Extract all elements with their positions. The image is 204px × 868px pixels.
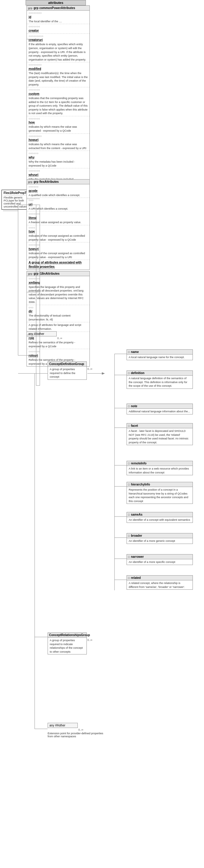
- attr-creatoruri: ○○○○○○○○○ creatoruri If the attribute is…: [27, 34, 89, 63]
- attr-qcode: ○○○○○○ qcode A qualified code which iden…: [27, 184, 89, 198]
- concept-facet-box: □ facet A facet - later facet is depreca…: [126, 423, 193, 445]
- attr-modified: ○○○○○○○○ modified The (last) modificatio…: [27, 62, 89, 87]
- attr-how-desc: Indicates by which means the value was g…: [29, 125, 88, 132]
- concept-broader-title: □ broader: [127, 533, 193, 538]
- attr-id-desc: The local identifier of the ....: [29, 20, 88, 24]
- i18n-attributes-box: grp grp i18nAttributes ○○○○○○○ xmllang S…: [27, 271, 90, 367]
- attr-why: ○○○○○○ why Why the metadata has been inc…: [27, 151, 89, 168]
- attr-custom-name: custom: [29, 92, 88, 96]
- concept-sameas-box: □ sameAs An identifier of a concept with…: [126, 512, 193, 523]
- concept-definition-icon: □: [128, 372, 129, 375]
- attr-how-dots: ○○○○○○○: [29, 117, 88, 121]
- any-other-mult-2: 0..∞: [78, 728, 83, 731]
- any-other-desc-2: Extension point for provider-defined pro…: [48, 732, 108, 738]
- attr-xmllang: ○○○○○○○ xmllang Specifies the language o…: [27, 276, 89, 305]
- concept-related-box: □ related A related concept, where the r…: [126, 575, 193, 590]
- attr-modified-name: modified: [29, 67, 88, 71]
- concept-facet-desc-item: A facet - later facet is deprecated and …: [127, 428, 193, 445]
- attr-creatoruri-name: creatoruri: [29, 38, 88, 42]
- attr-howuri: ○○○○○○○○ howuri Indicates by which means…: [27, 134, 89, 151]
- concept-definition-group-mult: 0..∞: [87, 367, 92, 370]
- common-grp-label: grp: [28, 7, 33, 10]
- attr-id-dots: ○○○○○○○○: [29, 11, 88, 15]
- any-other-label-1: any ##other: [28, 332, 44, 336]
- concept-relationships-group-title: ConceptRelationshipsGroup: [48, 633, 86, 638]
- attr-standard-flex: A group of attributes associated with fl…: [27, 260, 89, 270]
- attr-custom-dots: ○○○○○○○: [29, 88, 88, 92]
- attr-creator-dots: ○○○○○○○: [29, 25, 88, 29]
- concept-related-desc-item: A related concept, where the relationshi…: [127, 580, 193, 589]
- concept-narrower-icon: □: [128, 555, 129, 558]
- attr-custom-desc: Indicates that the corresponding propert…: [29, 96, 88, 115]
- i18n-grp-label: grp: [28, 272, 33, 275]
- attr-type: ○○○○ type Indicates of the concept assig…: [27, 225, 89, 243]
- concept-definition-group-label: ConceptDefinitionGroup: [49, 362, 84, 366]
- concept-hierarchyinfo-label: hierarchyInfo: [131, 483, 150, 486]
- common-power-attributes-label: grp commonPowerAttributes: [34, 6, 75, 10]
- attr-creatoruri-desc: If the attribute is empty, specifies whi…: [29, 42, 88, 61]
- attr-why-dots: ○○○○○○: [29, 152, 88, 155]
- concept-note-title: □ note: [127, 404, 193, 409]
- concept-def-desc: A group of properties required to define…: [48, 367, 86, 379]
- concept-broader-icon: □: [128, 534, 129, 537]
- attr-id: ○○○○○○○○ id The local identifier of the …: [27, 10, 89, 24]
- concept-note-desc-item: Additional natural language information …: [127, 409, 193, 414]
- concept-name-label: name: [131, 350, 139, 353]
- any-other-mult-1: 0..∞: [57, 337, 62, 340]
- attr-dir: ○○○ dir The directionality of textual co…: [27, 305, 89, 322]
- concept-broader-label: broader: [131, 534, 142, 537]
- concept-name-desc: A local natural language name for the co…: [127, 354, 193, 360]
- concept-narrower-box: □ narrower An identifier of a more speci…: [126, 554, 193, 565]
- concept-facet-title: □ facet: [127, 424, 193, 428]
- concept-hierarchyinfo-box: □ hierarchyInfo Represents the position …: [126, 482, 193, 504]
- concept-remoteinfo-box: □ remoteInfo A link to an item or a web …: [126, 461, 193, 475]
- concept-sameas-title: □ sameAs: [127, 512, 193, 517]
- concept-name-icon: □: [128, 350, 129, 353]
- concept-sameas-icon: □: [128, 513, 129, 516]
- attr-creatoruri-dots: ○○○○○○○○○: [29, 34, 88, 38]
- i18n-attributes-title: grp grp i18nAttributes: [27, 271, 89, 276]
- attr-uri: ○○○ uri A URI which identifies a concept…: [27, 198, 89, 211]
- attr-howuri-name: howuri: [29, 138, 88, 142]
- concept-related-icon: □: [128, 577, 129, 580]
- concept-remoteinfo-icon: □: [128, 462, 129, 465]
- attr-custom: ○○○○○○○ custom Indicates that the corres…: [27, 87, 89, 116]
- common-power-attributes-title: grp grp commonPowerAttributes: [27, 6, 89, 10]
- title-text: attributes: [48, 1, 63, 4]
- attr-why-name: why: [29, 155, 88, 160]
- concept-name-box: □ name A local natural language name for…: [126, 349, 193, 360]
- concept-definition-label: definition: [131, 371, 144, 375]
- concept-definition-group-title: ConceptDefinitionGroup: [48, 362, 86, 367]
- attr-typeuri: ○○○○○○○ typeuri Indicates of the concept…: [27, 243, 89, 260]
- concept-definition-box: □ definition A natural language definiti…: [126, 370, 193, 389]
- concept-note-icon: □: [128, 405, 129, 408]
- concept-narrower-title: □ narrower: [127, 555, 193, 559]
- concept-note-label: note: [131, 404, 137, 408]
- concept-relationships-desc: A group of properties required to indica…: [48, 638, 86, 654]
- attr-whyuri-name: whyuri: [29, 173, 88, 177]
- concept-narrower-label: narrower: [131, 555, 144, 558]
- i18n-attributes-label: grp i18nAttributes: [34, 272, 60, 275]
- concept-sameas-label: sameAs: [131, 513, 142, 516]
- concept-relationships-group-box: ConceptRelationshipsGroup A group of pro…: [48, 632, 87, 654]
- concept-related-title: □ related: [127, 576, 193, 580]
- attr-standard-i18n: A group of attributes for language and s…: [27, 322, 89, 332]
- attr-howuri-dots: ○○○○○○○○: [29, 134, 88, 138]
- any-other-box-1: any ##other: [27, 331, 57, 336]
- concept-definition-title: □ definition: [127, 371, 193, 376]
- concept-broader-desc-item: An identifier of a more generic concept: [127, 538, 193, 544]
- concept-hierarchyinfo-title: □ hierarchyInfo: [127, 482, 193, 487]
- attr-creator: ○○○○○○○ creator: [27, 24, 89, 34]
- concept-facet-icon: □: [128, 424, 129, 427]
- attr-how-name: how: [29, 121, 88, 125]
- concept-facet-label: facet: [131, 424, 138, 427]
- concept-name-title: □ name: [127, 350, 193, 354]
- flex-attributes-box: grp grp flexAttributes ○○○○○○ qcode A qu…: [27, 179, 90, 270]
- flex-attributes-title: grp grp flexAttributes: [27, 180, 89, 184]
- concept-narrower-desc-item: An identifier of a more specific concept: [127, 559, 193, 565]
- flex-attributes-label: grp flexAttributes: [34, 180, 59, 183]
- attr-whyuri-dots: ○○○○○○○: [29, 169, 88, 173]
- attr-literal: ○○○○○○○ literal A freetext value assigne…: [27, 211, 89, 225]
- concept-remoteinfo-desc-item: A link to an item or a web resource whic…: [127, 466, 193, 475]
- concept-broader-box: □ broader An identifier of a more generi…: [126, 533, 193, 544]
